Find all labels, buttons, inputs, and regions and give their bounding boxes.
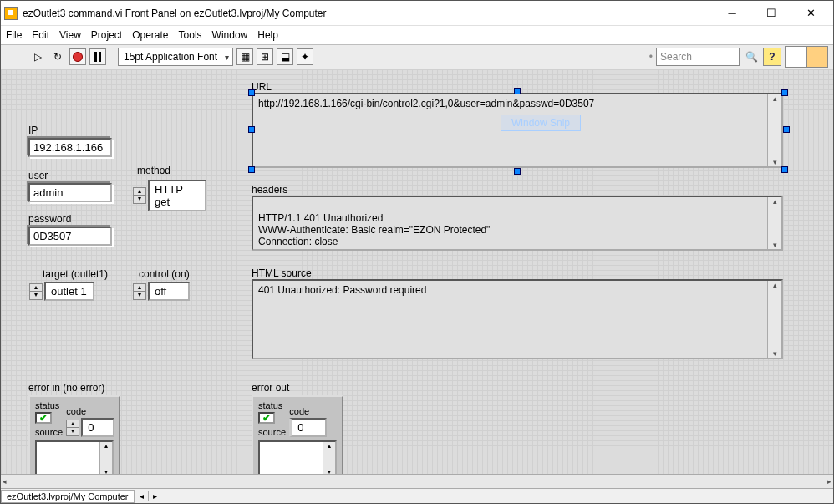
resize-button[interactable]: ⬓ (277, 48, 293, 65)
sel-handle[interactable] (783, 126, 790, 133)
watermark: Window Snip (501, 115, 581, 131)
method-label: method (137, 165, 170, 176)
error-in-label: error in (no error) (28, 382, 104, 394)
font-selector[interactable]: 15pt Application Font (118, 48, 233, 66)
sel-handle[interactable] (514, 88, 521, 94)
sel-handle[interactable] (514, 168, 521, 175)
status-led-in[interactable]: ✔ (35, 412, 52, 424)
app-icon (4, 7, 18, 20)
run-button[interactable]: ▷ (29, 48, 46, 65)
menu-edit[interactable]: Edit (32, 29, 49, 41)
window-title: ezOutlet3 command.vi Front Panel on ezOu… (23, 8, 713, 19)
password-field[interactable]: 0D3507 (28, 227, 112, 246)
target-value: outlet 1 (44, 282, 94, 301)
control-label: control (on) (139, 268, 190, 280)
sel-handle[interactable] (781, 89, 788, 96)
close-button[interactable]: ✕ (791, 2, 830, 25)
headers-label: headers (252, 184, 287, 196)
menu-project[interactable]: Project (91, 29, 122, 41)
error-out-label: error out (252, 382, 289, 394)
target-spinner[interactable]: ▴▾ (29, 283, 43, 300)
code-in-value: 0 (81, 418, 114, 437)
error-in-cluster[interactable]: status ✔ code ▴▾ 0 source ▴▾ (28, 395, 120, 474)
code-label: code (289, 406, 309, 416)
html-label: HTML source (252, 267, 312, 279)
align-button[interactable]: ▦ (236, 48, 253, 65)
ip-label: IP (28, 125, 38, 136)
code-out-value: 0 (289, 418, 327, 437)
code-control-out: 0 (289, 418, 327, 437)
sel-handle[interactable] (248, 126, 255, 133)
front-panel[interactable]: URL http://192.168.1.166/cgi-bin/control… (1, 69, 833, 474)
titlebar: ezOutlet3 command.vi Front Panel on ezOu… (1, 1, 833, 26)
status-path[interactable]: ezOutlet3.lvproj/My Computer (1, 490, 135, 503)
headers-scrollbar[interactable]: ▴▾ (767, 197, 781, 249)
source-out-field: ▴▾ (258, 440, 337, 474)
target-label: target (outlet1) (43, 268, 108, 280)
distribute-button[interactable]: ⊞ (257, 48, 273, 65)
app-window: ezOutlet3 command.vi Front Panel on ezOu… (0, 0, 834, 504)
headers-indicator[interactable]: HTTP/1.1 401 Unauthorized WWW-Authentica… (252, 196, 783, 251)
minimize-button[interactable]: ─ (713, 2, 751, 25)
toolbar: ▷ ↻ 15pt Application Font ▦ ⊞ ⬓ ✦ • Sear… (1, 44, 833, 69)
menu-tools[interactable]: Tools (179, 29, 202, 41)
password-label: password (28, 213, 71, 225)
source-in-field[interactable]: ▴▾ (35, 440, 114, 474)
run-cont-button[interactable]: ↻ (49, 48, 66, 65)
url-scrollbar[interactable]: ▴▾ (767, 94, 781, 166)
sel-handle[interactable] (248, 89, 255, 96)
html-indicator[interactable]: 401 Unauthorized: Password required ▴▾ (252, 279, 783, 359)
h-scrollbar[interactable]: ◂▸ (1, 474, 833, 488)
sel-handle[interactable] (248, 166, 255, 173)
menu-view[interactable]: View (59, 29, 81, 41)
sel-handle[interactable] (781, 166, 788, 173)
method-spinner[interactable]: ▴▾ (133, 187, 146, 204)
ip-field[interactable]: 192.168.1.166 (28, 138, 112, 157)
reorder-button[interactable]: ✦ (297, 48, 313, 65)
error-out-cluster[interactable]: status ✔ code 0 source ▴▾ (252, 395, 343, 474)
method-control[interactable]: ▴▾ HTTP get (133, 180, 206, 211)
user-label: user (28, 170, 48, 181)
search-icon[interactable]: 🔍 (743, 48, 760, 65)
url-value: http://192.168.1.166/cgi-bin/control2.cg… (258, 98, 594, 109)
search-input[interactable]: Search (656, 48, 740, 66)
status-label: status (35, 400, 59, 410)
status-led-out: ✔ (258, 412, 275, 424)
menu-file[interactable]: File (6, 29, 22, 41)
control-value: off (148, 282, 190, 301)
maximize-button[interactable]: ☐ (752, 2, 791, 25)
statusbar: ezOutlet3.lvproj/My Computer ◂▸ (1, 488, 833, 503)
status-nav[interactable]: ◂▸ (135, 491, 161, 501)
pause-button[interactable] (89, 48, 106, 65)
labview-logo (785, 46, 828, 68)
help-button[interactable]: ? (763, 48, 781, 66)
menu-window[interactable]: Window (212, 29, 248, 41)
html-scrollbar[interactable]: ▴▾ (767, 281, 781, 358)
status-label: status (258, 400, 282, 410)
abort-button[interactable] (69, 48, 86, 65)
user-field[interactable]: admin (28, 183, 112, 202)
menu-operate[interactable]: Operate (132, 29, 168, 41)
control-control[interactable]: ▴▾ off (133, 282, 190, 301)
method-value: HTTP get (148, 180, 206, 211)
html-value: 401 Unauthorized: Password required (258, 284, 426, 296)
headers-value: HTTP/1.1 401 Unauthorized WWW-Authentica… (258, 212, 490, 247)
code-label: code (66, 406, 86, 416)
menubar: File Edit View Project Operate Tools Win… (1, 26, 833, 44)
code-control-in[interactable]: ▴▾ 0 (66, 418, 114, 437)
target-control[interactable]: ▴▾ outlet 1 (29, 282, 94, 301)
menu-help[interactable]: Help (257, 29, 278, 41)
control-spinner[interactable]: ▴▾ (133, 283, 146, 300)
